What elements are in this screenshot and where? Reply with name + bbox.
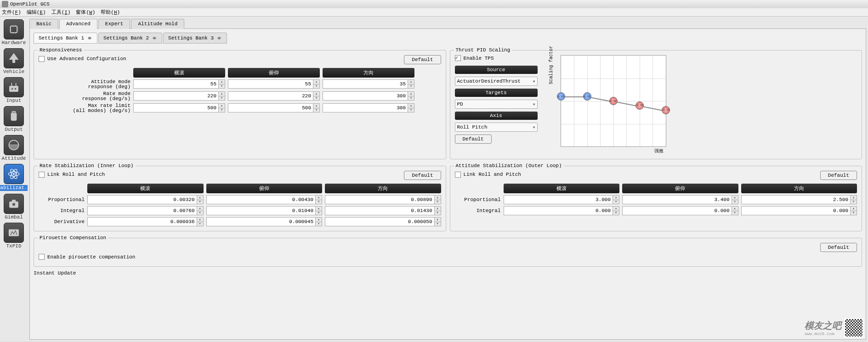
source-dropdown[interactable]: ActuatorDesiredThrust <box>455 77 538 86</box>
rate-derivative-yaw[interactable]: ▲▼ <box>325 217 441 226</box>
tab-settings-bank-1[interactable]: Settings Bank 1 <box>34 33 97 44</box>
tab-expert[interactable]: Expert <box>98 19 130 29</box>
sidebar-item-stabilization[interactable]: Stabilizat... <box>3 163 24 192</box>
sidebar-item-txpid[interactable]: TxPID <box>3 222 24 250</box>
col-header-roll: 横滚 <box>133 68 225 78</box>
tab-basic[interactable]: Basic <box>29 19 58 29</box>
att-stab-default-button[interactable]: Default <box>820 171 857 180</box>
attitude-response-yaw[interactable]: ▲▼ <box>323 79 414 89</box>
sidebar-item-hardware[interactable]: Hardware <box>3 18 24 46</box>
menu-edit[interactable]: 编辑(E) <box>27 9 46 16</box>
col-header-yaw: 方向 <box>741 184 857 193</box>
responsiveness-grid: 横滚 俯仰 方向 Attitude moderesponse (deg) ▲▼ … <box>39 68 441 113</box>
chart-point[interactable]: 0.00 <box>609 97 618 105</box>
link-roll-pitch-rate-checkbox[interactable]: Link Roll and Pitch <box>39 172 105 178</box>
targets-dropdown[interactable]: PD <box>455 100 538 109</box>
tab-settings-bank-2[interactable]: Settings Bank 2 <box>98 33 162 44</box>
svg-rect-27 <box>12 200 16 202</box>
rate-response-roll[interactable]: ▲▼ <box>133 91 225 101</box>
chart-point[interactable]: 0.05 <box>557 92 565 101</box>
col-header-roll: 横滚 <box>504 184 620 193</box>
svg-rect-28 <box>9 230 19 236</box>
att-proportional-roll[interactable]: ▲▼ <box>504 195 620 204</box>
att-integral-yaw[interactable]: ▲▼ <box>741 206 857 215</box>
targets-header: Targets <box>455 89 538 97</box>
col-header-yaw: 方向 <box>323 68 414 78</box>
enable-pirouette-checkbox[interactable]: Enable pirouette compensation <box>39 254 857 260</box>
checkbox-icon <box>39 172 45 178</box>
svg-rect-13 <box>10 86 18 92</box>
responsiveness-default-button[interactable]: Default <box>404 55 441 64</box>
max-rate-yaw[interactable]: ▲▼ <box>323 103 414 112</box>
watermark-logo: 模友之吧 <box>805 320 841 332</box>
source-header: Source <box>455 66 538 74</box>
attitude-response-roll[interactable]: ▲▼ <box>133 79 225 89</box>
att-integral-roll[interactable]: ▲▼ <box>504 206 620 215</box>
rate-stab-default-button[interactable]: Default <box>404 171 441 180</box>
sidebar-item-input[interactable]: Input <box>3 76 24 104</box>
sidebar-item-vehicle[interactable]: Vehicle <box>3 47 24 75</box>
tab-altitude-hold[interactable]: Altitude Hold <box>131 19 184 29</box>
max-rate-pitch[interactable]: ▲▼ <box>228 103 320 112</box>
checkbox-icon <box>39 254 45 260</box>
rate-proportional-pitch[interactable]: ▲▼ <box>206 195 323 204</box>
svg-point-26 <box>12 203 16 206</box>
att-proportional-pitch[interactable]: ▲▼ <box>622 195 738 204</box>
axis-dropdown[interactable]: Roll Pitch <box>455 123 538 132</box>
chart-point[interactable]: 0.05 <box>583 92 591 101</box>
watermark-url: www.moz8.com <box>805 332 841 336</box>
menu-help[interactable]: 帮助(H) <box>101 9 120 16</box>
enable-tps-checkbox[interactable]: Enable TPS <box>455 55 538 61</box>
menu-tools[interactable]: 工具(I) <box>51 9 71 16</box>
att-integral-pitch[interactable]: ▲▼ <box>622 206 738 215</box>
group-title: Responsiveness <box>38 47 84 53</box>
rate-derivative-pitch[interactable]: ▲▼ <box>206 217 323 226</box>
rate-integral-yaw[interactable]: ▲▼ <box>325 206 441 215</box>
rate-integral-pitch[interactable]: ▲▼ <box>206 206 323 215</box>
svg-rect-18 <box>11 113 17 120</box>
axis-header: Axis <box>455 112 538 120</box>
max-rate-roll[interactable]: ▲▼ <box>133 103 225 112</box>
link-roll-pitch-att-checkbox[interactable]: Link Roll and Pitch <box>455 172 521 178</box>
app-title: OpenPilot GCS <box>10 1 866 7</box>
tab-advanced[interactable]: Advanced <box>59 19 97 29</box>
use-advanced-config-checkbox[interactable]: Use Advanced Configuration <box>39 56 126 62</box>
chart-point[interactable]: -0.10 <box>662 106 670 114</box>
gear-icon <box>216 35 222 41</box>
menu-file[interactable]: 文件(F) <box>2 9 21 16</box>
checkbox-icon <box>455 172 461 178</box>
rate-response-pitch[interactable]: ▲▼ <box>228 91 320 101</box>
group-title: Thrust PID Scaling <box>454 47 512 53</box>
atom-icon <box>4 164 24 184</box>
rate-proportional-roll[interactable]: ▲▼ <box>87 195 204 204</box>
col-header-pitch: 俯仰 <box>206 184 323 193</box>
rate-derivative-roll[interactable]: ▲▼ <box>87 217 204 226</box>
menu-window[interactable]: 窗体(W) <box>76 9 95 16</box>
group-thrust-pid: Thrust PID Scaling Enable TPS Source Act… <box>450 50 862 159</box>
attitude-response-pitch[interactable]: ▲▼ <box>228 79 320 89</box>
horizon-icon <box>4 135 24 155</box>
svg-rect-0 <box>11 26 17 33</box>
col-header-pitch: 俯仰 <box>622 184 738 193</box>
att-proportional-yaw[interactable]: ▲▼ <box>741 195 857 204</box>
thrust-default-button[interactable]: Default <box>455 135 492 144</box>
rate-integral-roll[interactable]: ▲▼ <box>87 206 204 215</box>
instant-update-label: Instant Update <box>34 270 862 276</box>
group-rate-stabilization: Rate Stabilization (Inner Loop) Link Rol… <box>34 166 446 231</box>
app-icon <box>2 1 8 7</box>
content-area: Basic Advanced Expert Altitude Hold Sett… <box>28 17 868 342</box>
pirouette-default-button[interactable]: Default <box>820 243 857 252</box>
sidebar-item-gimbal[interactable]: Gimbal <box>3 193 24 221</box>
row-label: Max rate limit(all modes) (deg/s) <box>39 103 130 113</box>
gauge-icon <box>4 223 24 243</box>
group-title: Pirouette Compensation <box>38 235 108 241</box>
sidebar-item-attitude[interactable]: Attitude <box>3 134 24 162</box>
tab-settings-bank-3[interactable]: Settings Bank 3 <box>163 33 227 44</box>
row-label: Integral <box>455 208 501 213</box>
rate-proportional-yaw[interactable]: ▲▼ <box>325 195 441 204</box>
chart-point[interactable]: -0.05 <box>635 101 644 110</box>
rate-response-yaw[interactable]: ▲▼ <box>323 91 414 101</box>
sidebar-item-output[interactable]: Output <box>3 105 24 133</box>
group-attitude-stabilization: Attitude Stabilization (Outer Loop) Link… <box>450 166 862 231</box>
tps-chart[interactable]: Scaling factor <box>561 55 666 147</box>
